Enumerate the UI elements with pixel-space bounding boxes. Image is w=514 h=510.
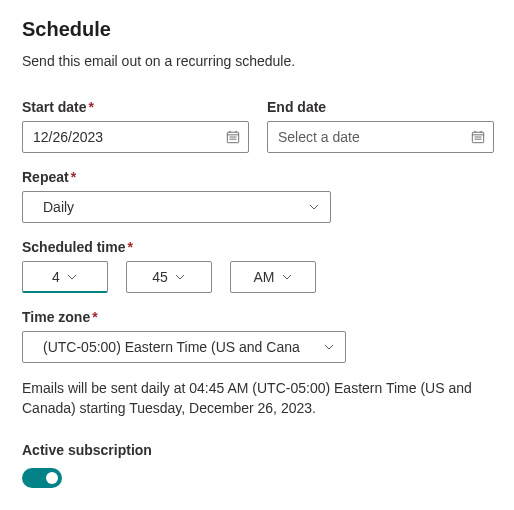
timezone-select[interactable]: (UTC-05:00) Eastern Time (US and Cana (22, 331, 346, 363)
ampm-value: AM (254, 269, 275, 285)
hour-select[interactable]: 4 (22, 261, 108, 293)
end-date-field: End date (267, 99, 494, 153)
chevron-down-icon (174, 271, 186, 283)
end-date-input-wrap[interactable] (267, 121, 494, 153)
scheduled-time-field: Scheduled time* 4 45 AM (22, 239, 492, 293)
start-date-input-wrap[interactable] (22, 121, 249, 153)
chevron-down-icon (308, 201, 320, 213)
timezone-label: Time zone* (22, 309, 492, 325)
minute-value: 45 (152, 269, 168, 285)
chevron-down-icon (281, 271, 293, 283)
timezone-field: Time zone* (UTC-05:00) Eastern Time (US … (22, 309, 492, 363)
minute-select[interactable]: 45 (126, 261, 212, 293)
repeat-label: Repeat* (22, 169, 492, 185)
repeat-field: Repeat* Daily (22, 169, 492, 223)
scheduled-time-label: Scheduled time* (22, 239, 492, 255)
toggle-knob (46, 472, 58, 484)
repeat-value: Daily (43, 199, 74, 215)
start-date-field: Start date* (22, 99, 249, 153)
schedule-summary: Emails will be sent daily at 04:45 AM (U… (22, 379, 492, 418)
calendar-icon[interactable] (463, 130, 493, 144)
repeat-select[interactable]: Daily (22, 191, 331, 223)
start-date-input[interactable] (23, 122, 218, 152)
required-asterisk: * (127, 239, 132, 255)
ampm-select[interactable]: AM (230, 261, 316, 293)
page-description: Send this email out on a recurring sched… (22, 53, 492, 69)
timezone-value: (UTC-05:00) Eastern Time (US and Cana (43, 339, 300, 355)
required-asterisk: * (92, 309, 97, 325)
active-subscription-toggle[interactable] (22, 468, 62, 488)
start-date-label: Start date* (22, 99, 249, 115)
active-subscription-field: Active subscription (22, 442, 492, 488)
end-date-label: End date (267, 99, 494, 115)
end-date-input[interactable] (268, 122, 463, 152)
chevron-down-icon (323, 341, 335, 353)
chevron-down-icon (66, 271, 78, 283)
calendar-icon[interactable] (218, 130, 248, 144)
hour-value: 4 (52, 269, 60, 285)
page-heading: Schedule (22, 18, 492, 41)
required-asterisk: * (89, 99, 94, 115)
active-subscription-label: Active subscription (22, 442, 492, 458)
required-asterisk: * (71, 169, 76, 185)
